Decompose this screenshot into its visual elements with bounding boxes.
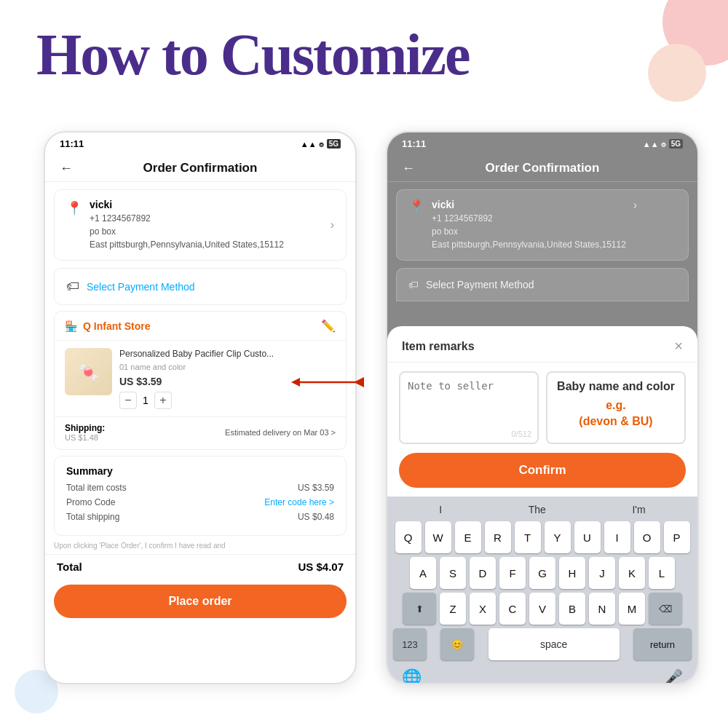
key-mic[interactable]: 🎤 [665, 668, 683, 684]
left-payment-label[interactable]: Select Payment Method [87, 281, 195, 293]
note-area[interactable]: 0/512 [399, 371, 539, 444]
key-q[interactable]: Q [395, 521, 422, 553]
edit-icon[interactable]: ✏️ [321, 319, 336, 333]
right-address-card[interactable]: 📍 vicki +1 1234567892 po box East pittsb… [396, 189, 689, 261]
suggestion-the[interactable]: The [529, 504, 546, 515]
key-d[interactable]: D [470, 557, 496, 589]
left-back-button[interactable]: ← [60, 161, 73, 176]
right-address-name: vicki [432, 199, 626, 210]
confirm-button[interactable]: Confirm [399, 453, 686, 488]
key-backspace[interactable]: ⌫ [649, 593, 682, 625]
note-area-container: 0/512 Baby name and color e.g.(devon & B… [399, 371, 686, 444]
left-address-name: vicki [90, 199, 323, 210]
right-payment-label[interactable]: Select Payment Method [426, 279, 534, 290]
left-shipping-row: Shipping: US $1.48 Estimated delivery on… [55, 416, 346, 449]
suggestion-im[interactable]: I'm [632, 504, 645, 515]
key-return[interactable]: return [633, 628, 692, 660]
right-location-icon: 📍 [408, 199, 424, 215]
key-l[interactable]: L [649, 557, 675, 589]
key-space[interactable]: space [488, 628, 620, 660]
key-f[interactable]: F [499, 557, 526, 589]
key-y[interactable]: Y [545, 521, 571, 553]
hint-title: Baby name and color [555, 380, 677, 393]
page-title: How to Customize [36, 22, 470, 88]
left-address-info: vicki +1 1234567892 po box East pittsbur… [90, 199, 323, 251]
key-z[interactable]: Z [440, 593, 466, 625]
suggestion-i[interactable]: I [439, 504, 442, 515]
left-summary-section: Summary Total item costs US $3.59 Promo … [54, 456, 347, 536]
keyboard-suggestions: I The I'm [390, 501, 695, 521]
key-v[interactable]: V [529, 593, 555, 625]
key-k[interactable]: K [619, 557, 645, 589]
location-icon: 📍 [66, 200, 82, 216]
left-total-row: Total US $4.07 [45, 554, 355, 579]
key-s[interactable]: S [440, 557, 466, 589]
left-shipping-delivery[interactable]: Estimated delivery on Mar 03 > [225, 428, 336, 437]
place-order-button[interactable]: Place order [54, 585, 347, 618]
modal-close-button[interactable]: × [674, 338, 683, 355]
key-m[interactable]: M [619, 593, 645, 625]
key-globe[interactable]: 🌐 [402, 668, 422, 684]
key-u[interactable]: U [574, 521, 601, 553]
key-c[interactable]: C [499, 593, 526, 625]
right-nav-bar: ← Order Confirmation [387, 155, 697, 182]
left-address-card[interactable]: 📍 vicki +1 1234567892 po box East pittsb… [54, 189, 347, 261]
key-emoji[interactable]: 😊 [440, 628, 474, 660]
left-nav-title: Order Confirmation [143, 161, 258, 175]
total-value: US $4.07 [298, 561, 344, 573]
left-shipping-flex: Shipping: US $1.48 Estimated delivery on… [65, 423, 336, 442]
key-j[interactable]: J [589, 557, 615, 589]
store-icon: 🏪 [65, 320, 77, 332]
left-store-name: Q Infant Store [83, 320, 151, 332]
right-time: 11:11 [402, 138, 426, 149]
right-status-icons: ▲▲ ⌾ 5G [643, 139, 683, 149]
total-label: Total [57, 561, 82, 573]
left-summary-promo[interactable]: Promo Code Enter code here > [66, 497, 334, 507]
key-n[interactable]: N [589, 593, 615, 625]
right-payment-row[interactable]: 🏷 Select Payment Method [396, 268, 689, 301]
key-e[interactable]: E [455, 521, 481, 553]
left-payment-row[interactable]: 🏷 Select Payment Method [54, 268, 347, 305]
key-h[interactable]: H [559, 557, 585, 589]
key-123[interactable]: 123 [393, 628, 427, 660]
svg-marker-1 [355, 377, 364, 387]
right-phone: 11:11 ▲▲ ⌾ 5G ← Order Confirmation 📍 vic… [386, 131, 699, 684]
qty-increase-button[interactable]: + [154, 392, 172, 409]
left-terms-text: Upon clicking 'Place Order', I confirm I… [54, 542, 347, 550]
qty-decrease-button[interactable]: − [119, 392, 137, 409]
key-b[interactable]: B [559, 593, 585, 625]
right-address-info: vicki +1 1234567892 po box East pittsbur… [432, 199, 626, 251]
key-r[interactable]: R [485, 521, 511, 553]
key-a[interactable]: A [410, 557, 436, 589]
promo-label: Promo Code [66, 497, 115, 507]
key-i[interactable]: I [604, 521, 630, 553]
modal-title: Item remarks [402, 340, 475, 353]
left-product-variant: 01 name and color [119, 363, 336, 371]
right-back-button[interactable]: ← [402, 161, 415, 176]
bg-circle-peach [648, 44, 706, 102]
modal-header: Item remarks × [387, 326, 697, 363]
right-top-overlay: 11:11 ▲▲ ⌾ 5G ← Order Confirmation 📍 vic… [387, 132, 697, 351]
left-phone: 11:11 ▲▲ ⌾ 5G ← Order Confirmation 📍 vic… [44, 131, 357, 684]
keyboard-row1: Q W E R T Y U I O P [390, 521, 695, 553]
key-p[interactable]: P [664, 521, 690, 553]
keyboard-row2: A S D F G H J K L [390, 557, 695, 589]
key-w[interactable]: W [425, 521, 451, 553]
key-o[interactable]: O [634, 521, 660, 553]
left-nav-bar: ← Order Confirmation [45, 155, 355, 182]
left-summary-title: Summary [66, 465, 334, 477]
promo-value[interactable]: Enter code here > [264, 497, 334, 507]
key-g[interactable]: G [529, 557, 555, 589]
left-status-icons: ▲▲ ⌾ 5G [301, 139, 341, 149]
key-shift[interactable]: ⬆ [403, 593, 436, 625]
hint-example: e.g.(devon & BU) [555, 397, 677, 430]
payment-icon: 🏷 [66, 279, 79, 294]
note-input[interactable] [408, 380, 530, 435]
baby-hint-box: Baby name and color e.g.(devon & BU) [546, 371, 686, 444]
shipping-value: US $0.48 [298, 512, 334, 522]
keyboard-very-bottom: 🌐 🎤 [390, 664, 695, 684]
key-t[interactable]: T [515, 521, 541, 553]
shipping-label: Total shipping [66, 512, 119, 522]
left-qty-number: 1 [143, 395, 149, 406]
key-x[interactable]: X [470, 593, 496, 625]
